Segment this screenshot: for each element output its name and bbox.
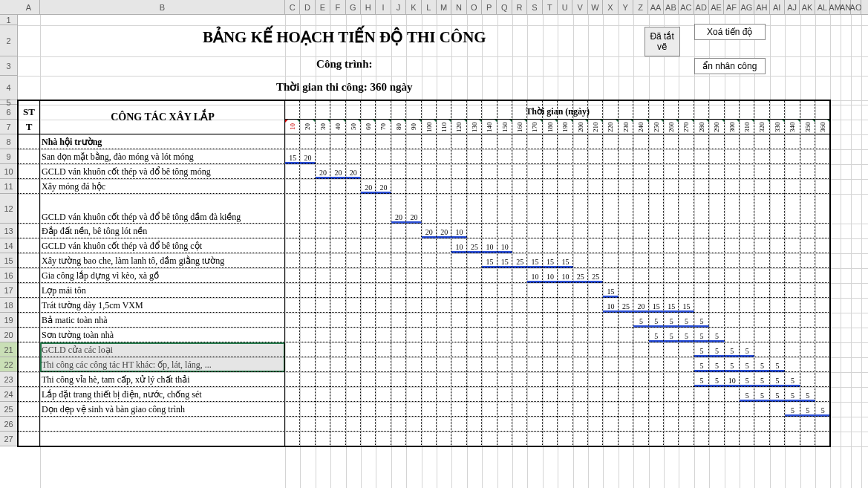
- row-header-11[interactable]: 11: [0, 179, 18, 194]
- col-header-I[interactable]: I: [376, 0, 391, 14]
- col-header-A[interactable]: A: [18, 0, 40, 14]
- gantt-value: 15: [603, 286, 618, 296]
- row-header-13[interactable]: 13: [0, 224, 18, 238]
- col-header-C[interactable]: C: [285, 0, 300, 14]
- col-header-X[interactable]: X: [603, 0, 618, 14]
- task-label[interactable]: Đắp đất nền, bê tông lót nền: [42, 226, 284, 237]
- col-header-E[interactable]: E: [316, 0, 330, 14]
- gantt-value: 10: [725, 375, 740, 385]
- gantt-value: 5: [800, 405, 815, 414]
- row-header-7[interactable]: 7: [0, 120, 18, 134]
- row-header-17[interactable]: 17: [0, 283, 18, 298]
- task-label[interactable]: Thi công vỉa hè, tam cấp, xử lý chất thả…: [42, 374, 284, 385]
- gantt-value: 20: [633, 301, 648, 310]
- row-header-19[interactable]: 19: [0, 313, 18, 328]
- gantt-value: 25: [512, 256, 527, 266]
- gantt-value: 20: [316, 167, 330, 177]
- col-header-AK[interactable]: AK: [800, 0, 815, 14]
- task-label[interactable]: San dọn mặt bằng, đào móng và lót móng: [42, 152, 284, 163]
- gantt-value: 10: [543, 271, 558, 281]
- row-header-25[interactable]: 25: [0, 402, 18, 417]
- col-header-AG[interactable]: AG: [740, 0, 754, 14]
- col-header-AA[interactable]: AA: [648, 0, 663, 14]
- col-header-H[interactable]: H: [361, 0, 376, 14]
- col-header-AD[interactable]: AD: [694, 0, 709, 14]
- col-header-AF[interactable]: AF: [724, 0, 739, 14]
- task-label[interactable]: Nhà hội trường: [42, 137, 284, 148]
- row-header-14[interactable]: 14: [0, 238, 18, 253]
- col-header-B[interactable]: B: [40, 0, 285, 14]
- toggle-draw-button[interactable]: Đã tắt vẽ: [645, 27, 680, 56]
- col-header-R[interactable]: R: [512, 0, 527, 14]
- row-header-27[interactable]: 27: [0, 432, 18, 446]
- col-header-AI[interactable]: AI: [770, 0, 785, 14]
- col-header-Z[interactable]: Z: [633, 0, 648, 14]
- task-label[interactable]: Sơn tường toàn nhà: [42, 330, 284, 341]
- row-header-1[interactable]: 1: [0, 15, 18, 25]
- row-header-12[interactable]: 12: [0, 194, 18, 224]
- task-label[interactable]: GCLD ván khuôn cốt thép và đổ bê tông mó…: [42, 166, 284, 178]
- gantt-value: 20: [300, 152, 315, 162]
- col-header-AB[interactable]: AB: [664, 0, 679, 14]
- col-header-G[interactable]: G: [346, 0, 361, 14]
- gantt-value: 20: [391, 212, 406, 221]
- row-header-16[interactable]: 16: [0, 268, 18, 283]
- row-header-21[interactable]: 21: [0, 342, 18, 357]
- task-label[interactable]: Gia công lắp dựng vì kèo, xà gồ: [42, 270, 284, 282]
- task-label[interactable]: GCLD ván khuôn cốt thép và đổ bê tông cộ…: [42, 241, 284, 252]
- col-header-M[interactable]: M: [437, 0, 451, 14]
- col-header-AE[interactable]: AE: [709, 0, 724, 14]
- row-header-9[interactable]: 9: [0, 149, 18, 164]
- row-header-26[interactable]: 26: [0, 417, 18, 432]
- task-label[interactable]: GCLD ván khuôn cốt thép và đổ bê tông dầ…: [42, 212, 284, 223]
- task-label[interactable]: Lợp mái tôn: [42, 285, 284, 296]
- col-header-AO[interactable]: AO: [851, 0, 861, 14]
- row-header-3[interactable]: 3: [0, 56, 18, 76]
- task-label[interactable]: Lắp đặt trang thiết bị điện, nước, chống…: [42, 389, 284, 400]
- row-header-10[interactable]: 10: [0, 164, 18, 179]
- row-header-18[interactable]: 18: [0, 298, 18, 313]
- row-header-2[interactable]: 2: [0, 25, 18, 56]
- row-header-6[interactable]: 6: [0, 105, 18, 120]
- col-header-Q[interactable]: Q: [497, 0, 512, 14]
- col-header-D[interactable]: D: [300, 0, 315, 14]
- task-label[interactable]: Bả matic toàn nhà: [42, 315, 284, 326]
- col-header-AH[interactable]: AH: [754, 0, 769, 14]
- column-header-time: Thời gian (ngày): [285, 106, 830, 117]
- col-header-W[interactable]: W: [588, 0, 603, 14]
- row-header-15[interactable]: 15: [0, 253, 18, 268]
- task-label[interactable]: Xây tường bao che, làm lanh tô, dầm giằn…: [42, 256, 284, 267]
- task-label[interactable]: Trát tường dày 1,5cm VXM: [42, 300, 284, 311]
- gantt-value: 5: [709, 360, 724, 370]
- col-header-J[interactable]: J: [391, 0, 406, 14]
- col-header-Y[interactable]: Y: [619, 0, 633, 14]
- col-header-AL[interactable]: AL: [815, 0, 830, 14]
- col-header-S[interactable]: S: [527, 0, 542, 14]
- gantt-value: 20: [346, 167, 361, 177]
- row-header-8[interactable]: 8: [0, 134, 18, 149]
- task-label[interactable]: Dọn dẹp vệ sinh và bàn giao công trình: [42, 404, 284, 415]
- col-header-U[interactable]: U: [558, 0, 572, 14]
- col-header-L[interactable]: L: [422, 0, 437, 14]
- col-header-N[interactable]: N: [451, 0, 466, 14]
- row-header-20[interactable]: 20: [0, 328, 18, 342]
- col-header-T[interactable]: T: [543, 0, 558, 14]
- col-header-O[interactable]: O: [467, 0, 482, 14]
- gantt-value: 5: [770, 375, 785, 385]
- hide-labor-button[interactable]: ẩn nhân công: [694, 58, 766, 74]
- col-header-AJ[interactable]: AJ: [785, 0, 800, 14]
- col-header-AC[interactable]: AC: [679, 0, 694, 14]
- row-header-23[interactable]: 23: [0, 372, 18, 387]
- col-header-V[interactable]: V: [572, 0, 587, 14]
- col-header-K[interactable]: K: [406, 0, 421, 14]
- col-header-F[interactable]: F: [330, 0, 345, 14]
- task-label[interactable]: Xây móng đá hộc: [42, 181, 284, 192]
- row-header-22[interactable]: 22: [0, 357, 18, 372]
- row-header-4[interactable]: 4: [0, 76, 18, 100]
- row-header-24[interactable]: 24: [0, 387, 18, 402]
- gantt-value: 10: [451, 241, 466, 251]
- clear-schedule-button[interactable]: Xoá tiến độ: [694, 24, 766, 40]
- gantt-value: 20: [361, 182, 376, 192]
- col-header-P[interactable]: P: [482, 0, 497, 14]
- gantt-value: 20: [437, 227, 451, 236]
